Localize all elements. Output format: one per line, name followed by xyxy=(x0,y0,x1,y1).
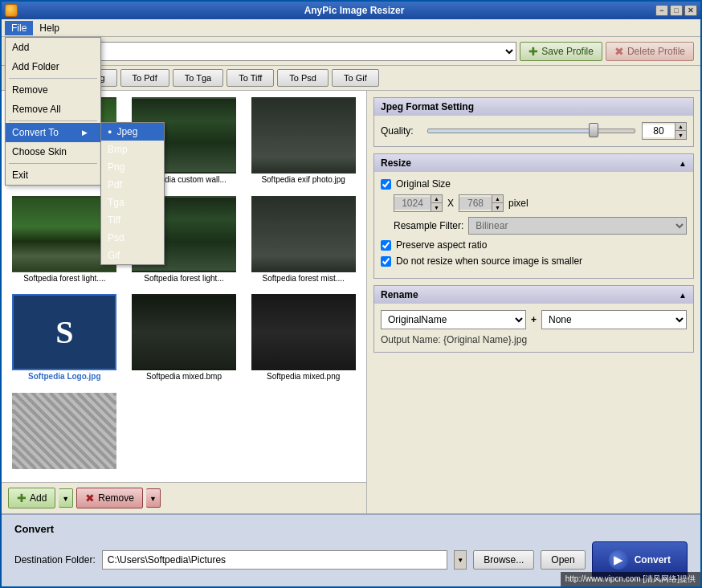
original-size-row: Original Size xyxy=(381,178,687,190)
resize-section: Resize ▲ Original Size ▲ ▼ xyxy=(373,153,694,279)
add-dropdown-button[interactable]: ▼ xyxy=(59,488,73,508)
menu-item-add[interactable]: Add xyxy=(6,38,100,57)
list-item[interactable]: Softpedia mixed.bmp xyxy=(128,294,241,386)
image-label: Softpedia forest mist.... xyxy=(263,274,345,283)
tab-pdf[interactable]: To Pdf xyxy=(120,69,169,87)
submenu-arrow-icon: ▶ xyxy=(82,129,88,137)
list-item[interactable]: Softpedia mixed.png xyxy=(247,294,360,386)
close-button[interactable]: ✕ xyxy=(684,5,697,16)
tab-gif[interactable]: To Gif xyxy=(332,69,379,87)
resize-header: Resize ▲ xyxy=(374,154,693,172)
menu-file[interactable]: File xyxy=(5,21,33,35)
width-input[interactable] xyxy=(394,197,431,210)
width-spinner[interactable]: ▲ ▼ xyxy=(394,194,443,212)
open-button[interactable]: Open xyxy=(541,550,585,570)
rename-collapse-button[interactable]: ▲ xyxy=(679,291,687,300)
image-label: Softpedia mixed.bmp xyxy=(146,372,222,381)
menu-item-convert-to[interactable]: Convert To ▶ ● Jpeg Bmp Png Pdf Tga xyxy=(6,123,100,142)
quality-spin-down[interactable]: ▼ xyxy=(675,131,686,139)
menu-item-choose-skin[interactable]: Choose Skin xyxy=(6,142,100,161)
list-item[interactable] xyxy=(8,393,121,476)
tab-tga[interactable]: To Tga xyxy=(173,69,223,87)
submenu-item-gif[interactable]: Gif xyxy=(101,247,164,264)
delete-profile-button[interactable]: ✖ Delete Profile xyxy=(606,42,694,61)
quality-spin-buttons: ▲ ▼ xyxy=(675,123,686,139)
rename-suffix-select[interactable]: None xyxy=(541,310,687,329)
remove-dropdown-button[interactable]: ▼ xyxy=(146,488,161,508)
rename-inputs-row: OriginalName + None xyxy=(381,310,687,329)
file-menu-dropdown: Add Add Folder Remove Remove All Convert… xyxy=(5,37,101,186)
quality-spin-up[interactable]: ▲ xyxy=(675,123,686,131)
add-button[interactable]: ✚ Add xyxy=(8,488,55,508)
height-spin-down[interactable]: ▼ xyxy=(492,203,503,211)
resize-body: Original Size ▲ ▼ X xyxy=(374,172,693,278)
quality-slider[interactable] xyxy=(427,129,635,133)
size-inputs-row: ▲ ▼ X ▲ ▼ pixel xyxy=(381,194,687,212)
pixel-label: pixel xyxy=(508,198,529,209)
image-thumbnail xyxy=(12,393,116,469)
destination-input[interactable] xyxy=(102,550,448,570)
submenu-item-bmp[interactable]: Bmp xyxy=(101,141,164,158)
resample-label: Resample Filter: xyxy=(394,220,463,231)
main-window: AnyPic Image Resizer − □ ✕ File Help Add… xyxy=(0,0,702,588)
quality-row: Quality: ▲ ▼ xyxy=(381,122,687,140)
height-spin-up[interactable]: ▲ xyxy=(492,195,503,203)
no-resize-smaller-checkbox[interactable] xyxy=(381,256,391,267)
menu-item-add-folder[interactable]: Add Folder xyxy=(6,57,100,76)
preserve-aspect-checkbox[interactable] xyxy=(381,240,391,251)
height-input[interactable] xyxy=(459,197,492,210)
size-x-separator: X xyxy=(447,198,454,209)
chevron-down-icon: ▼ xyxy=(62,495,69,503)
submenu-item-tga[interactable]: Tga xyxy=(101,194,164,211)
image-thumbnail xyxy=(251,294,356,370)
menu-help[interactable]: Help xyxy=(33,21,66,35)
destination-label: Destination Folder: xyxy=(14,554,96,566)
resample-filter-select[interactable]: Bilinear xyxy=(468,217,687,235)
tab-tiff[interactable]: To Tiff xyxy=(227,69,274,87)
titlebar: AnyPic Image Resizer − □ ✕ xyxy=(2,2,700,19)
output-name-value: {Original Name}.jpg xyxy=(443,334,527,345)
submenu-item-tiff[interactable]: Tiff xyxy=(101,211,164,229)
rename-body: OriginalName + None Output Name: {Origin… xyxy=(374,304,693,352)
quality-value-input[interactable] xyxy=(643,125,675,137)
dest-dropdown-button[interactable]: ▼ xyxy=(454,550,467,570)
browse-button[interactable]: Browse... xyxy=(473,550,534,570)
submenu-item-png[interactable]: Png xyxy=(101,158,164,176)
preserve-aspect-row: Preserve aspect ratio xyxy=(381,239,687,251)
menu-separator-1 xyxy=(9,78,97,79)
convert-icon: ▶ xyxy=(609,550,628,570)
jpeg-setting-header: Jpeg Format Setting xyxy=(374,98,693,116)
width-spin-buttons: ▲ ▼ xyxy=(431,195,442,211)
watermark: http://www.vipcn.com [清风网络]提供 xyxy=(561,572,700,586)
height-spinner[interactable]: ▲ ▼ xyxy=(459,194,504,212)
menu-item-exit[interactable]: Exit xyxy=(6,165,100,185)
list-item[interactable]: Softpedia forest mist.... xyxy=(247,196,360,288)
image-label: Softpedia mixed.png xyxy=(267,372,340,381)
list-item[interactable]: S Softpedia Logo.jpg xyxy=(8,294,121,386)
output-name-row: Output Name: {Original Name}.jpg xyxy=(381,334,687,345)
submenu-item-pdf[interactable]: Pdf xyxy=(101,176,164,194)
list-item[interactable]: Softpedia exif photo.jpg xyxy=(247,97,360,190)
width-spin-down[interactable]: ▼ xyxy=(431,203,442,211)
submenu-item-psd[interactable]: Psd xyxy=(101,229,164,247)
minimize-button[interactable]: − xyxy=(655,5,668,16)
menu-item-remove-all[interactable]: Remove All xyxy=(6,100,100,119)
slider-thumb[interactable] xyxy=(589,123,598,137)
chevron-down-icon-3: ▼ xyxy=(457,557,463,564)
submenu-item-jpeg[interactable]: ● Jpeg xyxy=(101,123,164,141)
maximize-button[interactable]: □ xyxy=(670,5,683,16)
image-thumbnail xyxy=(251,97,356,174)
no-resize-smaller-row: Do not resize when source image is small… xyxy=(381,255,687,267)
menu-item-remove[interactable]: Remove xyxy=(6,80,100,100)
width-spin-up[interactable]: ▲ xyxy=(431,195,442,203)
tab-psd[interactable]: To Psd xyxy=(277,69,329,87)
original-size-checkbox[interactable] xyxy=(381,179,391,190)
quality-spinner[interactable]: ▲ ▼ xyxy=(642,122,687,140)
remove-button[interactable]: ✖ Remove xyxy=(76,488,143,508)
output-name-label: Output Name: xyxy=(381,334,443,345)
resize-collapse-button[interactable]: ▲ xyxy=(679,159,687,168)
menubar: File Help xyxy=(2,19,700,37)
image-label: Softpedia exif photo.jpg xyxy=(261,175,345,184)
rename-name-select[interactable]: OriginalName xyxy=(381,310,526,329)
save-profile-button[interactable]: ✚ Save Profile xyxy=(520,42,602,61)
